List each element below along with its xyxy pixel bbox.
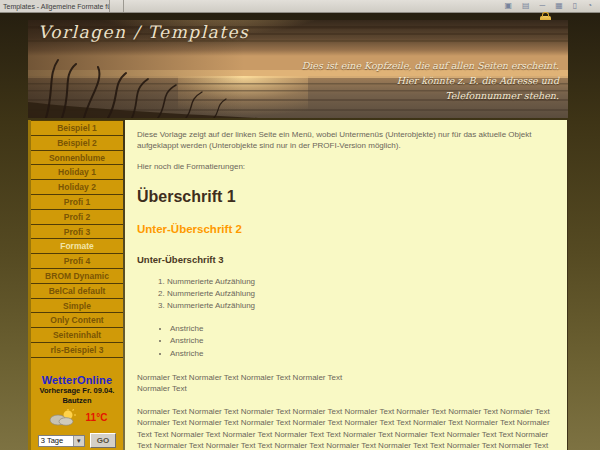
numbered-list-item: Nummerierte Aufzählung xyxy=(167,288,555,300)
sidebar-item-profi-3[interactable]: Profi 3 xyxy=(31,225,123,240)
minimize-icon[interactable]: ─ xyxy=(540,2,546,10)
sidebar-item-beispiel-1[interactable]: Beispiel 1 xyxy=(31,121,123,136)
browser-tab-stub[interactable] xyxy=(110,0,124,12)
sidebar-item-rls-beispiel-3[interactable]: rls-Beispiel 3 xyxy=(31,343,123,358)
sidebar: Beispiel 1 Beispiel 2 Sonnenblume Holida… xyxy=(28,120,123,450)
browser-bar: Templates - Allgemeine Formate für Texte… xyxy=(0,0,600,13)
grid-icon[interactable]: ▦ xyxy=(555,2,563,10)
intro-paragraph: Diese Vorlage zeigt auf der linken Seite… xyxy=(137,129,555,151)
header-tagline: Dies ist eine Kopfzeile, die auf allen S… xyxy=(302,58,559,104)
sidebar-item-profi-4[interactable]: Profi 4 xyxy=(31,254,123,269)
bullet-list-item: Anstriche xyxy=(170,335,555,347)
formats-line: Hier noch die Formatierungen: xyxy=(137,161,555,172)
heading-2: Unter-Überschrift 2 xyxy=(137,223,555,235)
browser-tab-title: Templates - Allgemeine Formate für Texte… xyxy=(3,3,110,10)
page-background: Vorlagen / Templates Dies ist eine Kopfz… xyxy=(0,13,600,450)
browser-tab[interactable]: Templates - Allgemeine Formate für Texte… xyxy=(0,0,110,12)
heading-3: Unter-Überschrift 3 xyxy=(137,254,555,265)
page-icon[interactable]: ▣ xyxy=(504,2,512,10)
sidebar-item-sonnenblume[interactable]: Sonnenblume xyxy=(31,151,123,166)
site-title: Vorlagen / Templates xyxy=(38,22,249,42)
sidebar-item-holiday-2[interactable]: Holiday 2 xyxy=(31,180,123,195)
chevron-down-icon[interactable]: ▼ xyxy=(73,436,84,446)
forecast-range-value: 3 Tage xyxy=(41,436,63,445)
numbered-list-item: Nummerierte Aufzählung xyxy=(167,276,555,288)
sidebar-item-belcal-default[interactable]: BelCal default xyxy=(31,284,123,299)
normal-text-short: Normaler Text Normaler Text Normaler Tex… xyxy=(137,372,555,394)
heading-1: Überschrift 1 xyxy=(137,188,555,206)
panels-icon[interactable]: ▤ xyxy=(522,2,530,10)
bullet-list-item: Anstriche xyxy=(170,323,555,335)
bullet-list-item: Anstriche xyxy=(170,348,555,360)
numbered-list: Nummerierte Aufzählung Nummerierte Aufzä… xyxy=(137,276,555,313)
go-button-label: GO xyxy=(97,436,109,445)
sidebar-item-holiday-1[interactable]: Holiday 1 xyxy=(31,165,123,180)
sidebar-item-profi-1[interactable]: Profi 1 xyxy=(31,195,123,210)
bullet-list: Anstriche Anstriche Anstriche xyxy=(137,323,555,360)
sidebar-item-only-content[interactable]: Only Content xyxy=(31,313,123,328)
temperature-value: 11°C xyxy=(86,412,108,423)
sidebar-item-simple[interactable]: Simple xyxy=(31,299,123,314)
help-icon[interactable]: ◔ xyxy=(587,2,592,10)
sidebar-item-profi-2[interactable]: Profi 2 xyxy=(31,210,123,225)
header-banner: Vorlagen / Templates Dies ist eine Kopfz… xyxy=(28,20,568,118)
sidebar-item-seiteninhalt[interactable]: Seiteninhalt xyxy=(31,328,123,343)
weather-go-button[interactable]: GO xyxy=(90,433,116,448)
document-icon[interactable]: ▯ xyxy=(573,2,577,10)
forecast-date: Vorhersage Fr. 09.04. xyxy=(31,386,123,396)
sidebar-item-formate[interactable]: Formate xyxy=(31,239,123,254)
normal-text-long: Normaler Text Normaler Text Normaler Tex… xyxy=(137,406,555,450)
sidebar-item-brom-dynamic[interactable]: BROM Dynamic xyxy=(31,269,123,284)
forecast-city: Bautzen xyxy=(31,396,123,406)
forecast-range-select[interactable]: 3 Tage ▼ xyxy=(38,435,85,447)
cloud-sun-icon xyxy=(47,409,77,426)
weather-widget: WetterOnline Vorhersage Fr. 09.04. Bautz… xyxy=(31,374,123,449)
sidebar-item-beispiel-2[interactable]: Beispiel 2 xyxy=(31,136,123,151)
sidebar-menu: Beispiel 1 Beispiel 2 Sonnenblume Holida… xyxy=(31,120,123,358)
main-content: Diese Vorlage zeigt auf der linken Seite… xyxy=(125,120,568,450)
numbered-list-item: Nummerierte Aufzählung xyxy=(167,300,555,312)
wetteronline-logo[interactable]: WetterOnline xyxy=(31,374,123,386)
browser-toolbar-icons: ▣ ▤ ─ ▦ ▯ ◔ xyxy=(504,2,600,10)
